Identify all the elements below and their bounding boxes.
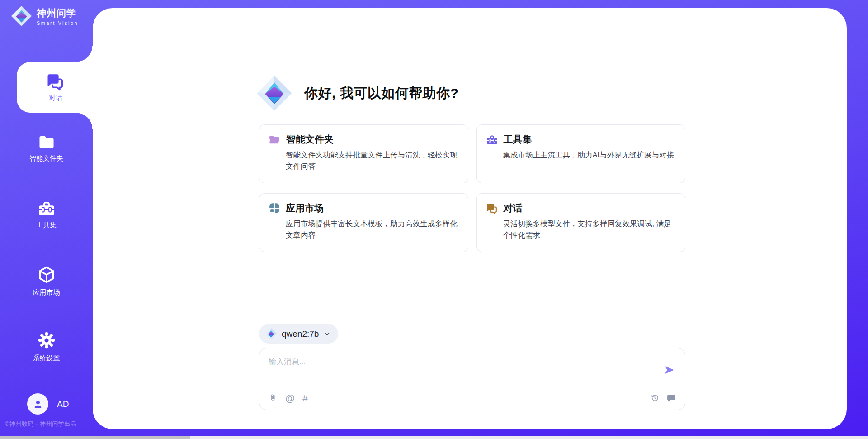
user-account[interactable]: AD (27, 393, 69, 415)
card-description: 灵活切换多模型文件，支持多样回复效果调试, 满足个性化需求 (503, 218, 676, 241)
cube-icon (37, 265, 56, 284)
attach-button[interactable] (269, 392, 278, 403)
greeting-logo-icon (256, 73, 292, 113)
brand-subtitle: Smart Vision (37, 20, 78, 26)
hashtag-button[interactable]: # (302, 393, 308, 403)
scrollbar-thumb[interactable] (0, 436, 190, 439)
chat-icon (46, 72, 65, 91)
main-panel: 你好, 我可以如何帮助你? 智能文件夹 智能文件夹功能支持批量文件上传与清洗，轻… (93, 8, 847, 429)
active-tab-fillet-bottom (76, 113, 93, 129)
brand: 神州问学 Smart Vision (11, 5, 78, 27)
send-button[interactable] (663, 363, 677, 377)
model-name: qwen2:7b (282, 329, 319, 339)
sidebar-item-toolset[interactable]: 工具集 (0, 200, 93, 229)
toolbox-icon (37, 200, 56, 217)
model-selector[interactable]: qwen2:7b (259, 324, 338, 344)
horizontal-scrollbar[interactable] (0, 436, 868, 439)
sidebar-item-label: 对话 (49, 94, 62, 102)
sidebar-item-smart-folders[interactable]: 智能文件夹 (0, 134, 93, 163)
feature-cards: 智能文件夹 智能文件夹功能支持批量文件上传与清洗，轻松实现文件问答 工具集 集成… (259, 124, 685, 252)
card-title: 智能文件夹 (286, 133, 334, 146)
card-title: 对话 (504, 202, 523, 215)
sidebar-item-label: 系统设置 (33, 354, 60, 363)
card-app-market[interactable]: 应用市场 应用市场提供丰富长文本模板，助力高效生成多样化文章内容 (259, 193, 468, 252)
sidebar-item-label: 智能文件夹 (29, 154, 63, 163)
send-icon (663, 364, 675, 376)
user-icon (32, 398, 44, 410)
grid-icon (269, 202, 280, 214)
sidebar-item-settings[interactable]: 系统设置 (0, 331, 93, 363)
folder-open-icon (269, 134, 281, 145)
card-smart-folders[interactable]: 智能文件夹 智能文件夹功能支持批量文件上传与清洗，轻松实现文件问答 (259, 124, 468, 183)
feedback-button[interactable] (666, 393, 676, 403)
card-title: 应用市场 (286, 202, 324, 215)
sidebar-item-app-market[interactable]: 应用市场 (0, 265, 93, 297)
sidebar-item-chat[interactable]: 对话 (17, 62, 94, 113)
sidebar-item-label: 应用市场 (33, 288, 60, 297)
composer-toolbar: @ # (259, 386, 685, 410)
sidebar-item-label: 工具集 (36, 221, 57, 229)
greeting-title: 你好, 我可以如何帮助你? (304, 84, 459, 103)
chat-bubbles-icon (486, 203, 498, 214)
avatar (27, 393, 48, 415)
card-description: 集成市场上主流工具，助力AI与外界无缝扩展与对接 (503, 149, 676, 161)
hash-icon: # (302, 393, 308, 403)
brand-logo-icon (11, 5, 32, 27)
briefcase-icon (486, 134, 498, 145)
user-initials: AD (57, 399, 69, 409)
model-logo-icon (265, 328, 277, 340)
history-icon (650, 393, 660, 403)
chevron-down-icon (323, 330, 331, 338)
mention-button[interactable]: @ (285, 393, 295, 403)
composer: @ # (259, 348, 685, 410)
paperclip-icon (269, 392, 278, 403)
active-tab-fillet-top (76, 46, 93, 62)
message-input[interactable] (269, 357, 648, 383)
card-toolset[interactable]: 工具集 集成市场上主流工具，助力AI与外界无缝扩展与对接 (476, 124, 686, 183)
card-title: 工具集 (504, 133, 532, 146)
card-description: 智能文件夹功能支持批量文件上传与清洗，轻松实现文件问答 (286, 149, 459, 172)
gear-icon (37, 331, 56, 350)
card-description: 应用市场提供丰富长文本模板，助力高效生成多样化文章内容 (286, 218, 459, 241)
history-button[interactable] (650, 393, 660, 403)
brand-name: 神州问学 (37, 7, 78, 19)
folder-icon (38, 134, 56, 150)
at-icon: @ (285, 393, 295, 403)
greeting: 你好, 我可以如何帮助你? (256, 73, 459, 113)
card-chat[interactable]: 对话 灵活切换多模型文件，支持多样回复效果调试, 满足个性化需求 (476, 193, 686, 252)
sidebar-footer: ©神州数码 · 神州问学出品 (5, 420, 76, 428)
chat-bubble-icon (666, 393, 676, 403)
